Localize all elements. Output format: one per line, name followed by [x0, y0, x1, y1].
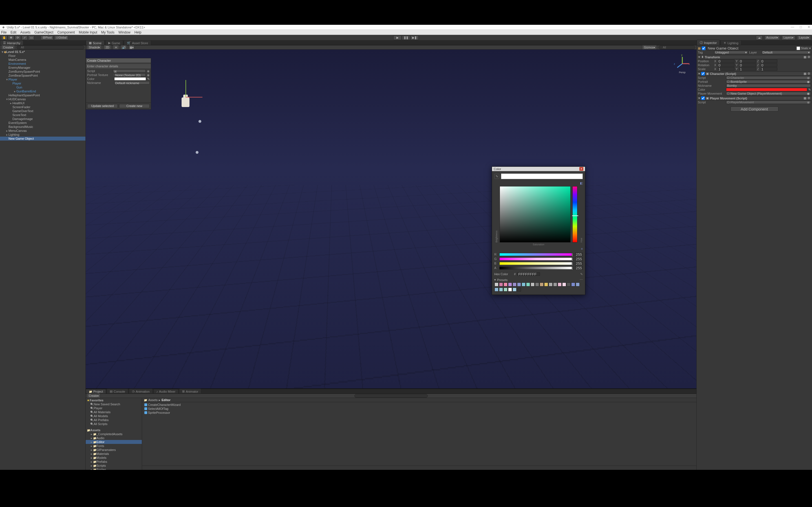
- eyedropper-icon[interactable]: ✎: [147, 77, 150, 81]
- preset-swatch[interactable]: [576, 283, 580, 286]
- create-new-button[interactable]: Create new: [119, 104, 150, 108]
- project-file[interactable]: CreateCharacterWizard: [142, 403, 696, 407]
- layout-dropdown[interactable]: Layout ▾: [797, 36, 811, 40]
- menu-window[interactable]: Window: [118, 31, 131, 34]
- hierarchy-create-dropdown[interactable]: Create ▾: [1, 45, 15, 50]
- component-settings-icon[interactable]: ⚙: [808, 72, 810, 75]
- hue-slider[interactable]: [572, 186, 577, 242]
- hierarchy-item[interactable]: MainCamera: [0, 58, 86, 62]
- preset-swatch[interactable]: [513, 288, 516, 291]
- tab-console[interactable]: ▤ Console: [107, 389, 128, 393]
- tab-animator[interactable]: ⊞ Animator: [179, 389, 201, 393]
- pivot-toggle[interactable]: ⦿ Pivot: [41, 36, 54, 40]
- project-folder[interactable]: ▸ Sprites: [86, 467, 142, 470]
- component-player-movement-header[interactable]: ▾ ▣ Player Movement (Script)▦⚙: [697, 96, 811, 100]
- hierarchy-search[interactable]: [17, 46, 84, 49]
- hierarchy-item[interactable]: ▾HUDCanvas: [0, 97, 86, 101]
- project-file[interactable]: SelectAllOfTag: [142, 407, 696, 411]
- hierarchy-item[interactable]: ▸MenuCanvas: [0, 129, 86, 133]
- pause-button-icon[interactable]: ❚❚: [402, 36, 410, 40]
- project-assets-root[interactable]: Assets: [86, 428, 142, 432]
- project-saved-search[interactable]: Player: [86, 406, 142, 410]
- preset-swatch[interactable]: [517, 288, 521, 291]
- eyedropper-icon[interactable]: ✎: [494, 174, 499, 179]
- preset-swatch[interactable]: [504, 283, 507, 286]
- transform-scale-y[interactable]: [740, 67, 756, 71]
- menu-help[interactable]: Help: [135, 31, 142, 34]
- hand-tool-icon[interactable]: ✋: [1, 36, 7, 40]
- menu-file[interactable]: File: [1, 31, 6, 34]
- wizard-portrait-field[interactable]: None (Texture 2D): [114, 73, 146, 76]
- hierarchy-item[interactable]: Floor: [0, 54, 86, 58]
- step-button-icon[interactable]: ▶❚: [410, 36, 419, 40]
- project-folder[interactable]: ▸ GIParamaters: [86, 448, 142, 452]
- scene-search[interactable]: [659, 46, 695, 49]
- rect-tool-icon[interactable]: ▭: [28, 36, 35, 40]
- hierarchy-item[interactable]: EnemyManager: [0, 66, 86, 69]
- component-help-icon[interactable]: ▦: [804, 72, 806, 75]
- project-saved-search[interactable]: All Materials: [86, 410, 142, 414]
- layer-dropdown[interactable]: Default▾: [762, 51, 811, 54]
- r-slider[interactable]: [499, 253, 573, 256]
- a-value[interactable]: [575, 266, 583, 270]
- preset-swatch[interactable]: [508, 288, 512, 291]
- transform-pos-z[interactable]: [761, 59, 777, 63]
- r-value[interactable]: [575, 252, 583, 256]
- preset-swatch[interactable]: [499, 283, 503, 286]
- component-enabled-checkbox[interactable]: [701, 72, 705, 75]
- a-slider[interactable]: [499, 267, 573, 270]
- component-enabled-checkbox[interactable]: [701, 96, 705, 100]
- project-footer-slider[interactable]: [142, 466, 696, 470]
- static-checkbox[interactable]: [797, 47, 800, 50]
- hierarchy-item[interactable]: Gun: [0, 86, 86, 89]
- hierarchy-item[interactable]: New Game Object: [0, 136, 86, 140]
- project-folder[interactable]: ▸ Scripts: [86, 464, 142, 467]
- project-favorites-header[interactable]: ★ Favorites: [86, 398, 142, 402]
- transform-rot-x[interactable]: [718, 63, 734, 67]
- add-component-button[interactable]: Add Component: [730, 107, 778, 112]
- component-help-icon[interactable]: ▦: [804, 55, 806, 59]
- presets-foldout-icon[interactable]: ▾: [494, 278, 496, 282]
- hierarchy-item[interactable]: Environment: [0, 62, 86, 66]
- component-transform-header[interactable]: ▾ ⬍ Transform▦⚙: [697, 55, 811, 59]
- hex-field[interactable]: [517, 272, 540, 276]
- hierarchy-item[interactable]: Player: [0, 81, 86, 86]
- object-picker-icon[interactable]: ◉: [147, 69, 150, 73]
- g-value[interactable]: [575, 257, 583, 261]
- character-player-movement-field[interactable]: New Game Object (PlayerMovement)◉: [726, 92, 811, 95]
- scene-viewport[interactable]: y x z Persp Create Character Enter chara…: [86, 50, 696, 388]
- component-settings-icon[interactable]: ⚙: [808, 55, 810, 59]
- play-button-icon[interactable]: ▶: [393, 36, 402, 40]
- hierarchy-item[interactable]: GameOverText: [0, 109, 86, 113]
- project-folder[interactable]: ▸ Fonts: [86, 444, 142, 448]
- hierarchy-item[interactable]: EventSystem: [0, 121, 86, 125]
- menu-my-tools[interactable]: My Tools: [101, 31, 114, 34]
- project-folder[interactable]: ▸ Editor: [86, 440, 142, 444]
- scene-audio-icon[interactable]: 🔊: [121, 45, 127, 50]
- project-folder[interactable]: ▸ Materials: [86, 452, 142, 456]
- preset-swatch[interactable]: [522, 283, 525, 286]
- tab-inspector[interactable]: ⓘInspector: [697, 40, 720, 45]
- menu-mobile-input[interactable]: Mobile Input: [79, 31, 97, 34]
- preset-swatch[interactable]: [540, 283, 544, 286]
- preset-swatch[interactable]: [567, 283, 571, 286]
- move-gizmo-icon[interactable]: [179, 87, 213, 121]
- component-character-header[interactable]: ▾ ▣ Character (Script)▦⚙: [697, 71, 811, 76]
- hierarchy-item[interactable]: ScreenFader: [0, 105, 86, 109]
- tab-scene[interactable]: ▦Scene: [86, 40, 105, 45]
- project-folder[interactable]: ▸ Audio: [86, 436, 142, 440]
- g-slider[interactable]: [499, 258, 573, 261]
- tab-project[interactable]: Project: [86, 389, 106, 393]
- component-settings-icon[interactable]: ⚙: [808, 96, 810, 100]
- presets-menu-icon[interactable]: ⋯: [580, 278, 583, 282]
- tab-game[interactable]: ▶Game: [105, 40, 123, 45]
- preset-swatch[interactable]: [553, 283, 557, 286]
- object-picker-icon[interactable]: ◉: [147, 73, 150, 77]
- window-close-icon[interactable]: ✕: [808, 25, 810, 29]
- preset-swatch[interactable]: [544, 283, 548, 286]
- wizard-color-swatch[interactable]: [114, 77, 146, 80]
- window-minimize-icon[interactable]: —: [791, 25, 794, 29]
- slider-mode-icon[interactable]: ≡: [581, 247, 583, 250]
- hierarchy-item[interactable]: ▸HealthUI: [0, 101, 86, 105]
- scene-light-icon[interactable]: ☀: [113, 45, 119, 50]
